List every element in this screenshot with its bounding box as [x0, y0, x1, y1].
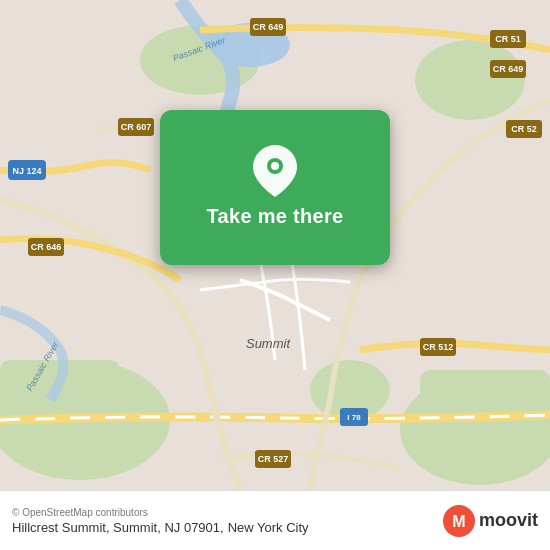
svg-point-3 — [415, 40, 525, 120]
svg-text:Summit: Summit — [246, 336, 291, 351]
svg-text:CR 646: CR 646 — [31, 242, 62, 252]
moovit-icon: M — [443, 505, 475, 537]
svg-text:CR 649: CR 649 — [493, 64, 524, 74]
svg-text:CR 52: CR 52 — [511, 124, 537, 134]
svg-text:CR 649: CR 649 — [253, 22, 284, 32]
svg-text:NJ 124: NJ 124 — [12, 166, 41, 176]
location-label: Hillcrest Summit, Summit, NJ 07901, — [12, 520, 224, 535]
take-me-there-button[interactable]: Take me there — [207, 205, 344, 228]
location-pin-icon — [251, 147, 299, 195]
svg-text:CR 527: CR 527 — [258, 454, 289, 464]
moovit-label: moovit — [479, 510, 538, 531]
svg-text:M: M — [452, 513, 465, 530]
action-card[interactable]: Take me there — [160, 110, 390, 265]
city-label: New York City — [228, 520, 309, 535]
map-container: NJ 124 CR 649 CR 649 CR 51 CR 607 CR 646… — [0, 0, 550, 490]
bottom-info: © OpenStreetMap contributors Hillcrest S… — [12, 507, 309, 535]
svg-text:CR 512: CR 512 — [423, 342, 454, 352]
svg-text:I 78: I 78 — [347, 413, 361, 422]
svg-text:CR 51: CR 51 — [495, 34, 521, 44]
svg-text:CR 607: CR 607 — [121, 122, 152, 132]
svg-point-33 — [271, 162, 279, 170]
bottom-bar: © OpenStreetMap contributors Hillcrest S… — [0, 490, 550, 550]
osm-credit: © OpenStreetMap contributors — [12, 507, 309, 518]
moovit-logo: M moovit — [443, 505, 538, 537]
